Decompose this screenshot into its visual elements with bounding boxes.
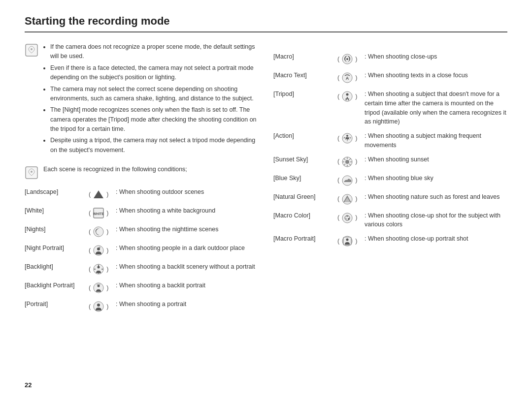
scene-icon-nights: ( ) [89,225,116,239]
scene-natural-green: [Natural Green] ( ) : When shooting natu… [273,192,507,206]
scene-icon-night-portrait: ( ) [89,244,116,257]
svg-point-3 [31,171,33,173]
scene-label-macro: [Macro] [273,52,337,62]
scene-desc-macro: : When shooting close-ups [365,52,507,62]
scene-desc-macro-text: : When shooting texts in a close focus [365,71,507,80]
svg-point-40 [342,213,352,223]
scene-label-night-portrait: [Night Portrait] [25,244,89,253]
scene-label-sunset-sky: [Sunset Sky] [273,155,337,164]
scene-label-nights: [Nights] [25,225,89,234]
svg-point-22 [346,93,349,96]
svg-point-18 [346,58,348,60]
note-text-2: Each scene is recognized in the followin… [43,165,187,174]
svg-text:A: A [346,76,349,81]
page-number: 22 [25,381,32,389]
scene-desc-portrait: : When shooting a portrait [116,300,259,309]
scene-icon-action: ( ) [337,131,365,145]
scene-desc-sunset-sky: : When shooting sunset [365,155,507,164]
scene-tripod: [Tripod] ( ) : When shooting a subject t… [273,90,507,126]
scene-desc-backlight-portrait: : When shooting a backlit portrait [116,281,259,290]
scene-desc-blue-sky: : When shooting blue sky [365,174,507,183]
scene-icon-macro-portrait: ( ) [337,234,365,248]
scene-macro-color: [Macro Color] ( ) : When shooting close-… [273,211,507,230]
note-icon-1 [25,43,38,57]
scene-night-portrait: [Night Portrait] ( ) : When shooting peo… [25,244,259,257]
svg-point-42 [346,215,348,217]
scene-icon-macro-text: ( A ) [337,71,365,85]
svg-point-16 [97,304,100,307]
scene-desc-natural-green: : When shooting nature such as forest an… [365,192,507,202]
scene-label-macro-color: [Macro Color] [273,211,337,220]
scene-label-white: [White] [25,206,89,216]
scene-desc-macro-portrait: : When shooting close-up portrait shot [365,234,507,244]
svg-point-25 [346,135,348,137]
scene-desc-nights: : When shooting the nighttime scenes [116,225,259,234]
scene-landscape: [Landscape] ( ) : When shooting outdoor … [25,187,259,201]
scene-action: [Action] ( ) : When shooting a subject m… [273,131,507,150]
scene-macro-text: [Macro Text] ( A ) : When shooting texts… [273,71,507,85]
scene-icon-tripod: ( ) [337,90,365,103]
scene-nights: [Nights] ( ) : When shooting the nightti… [25,225,259,239]
scene-label-tripod: [Tripod] [273,90,337,99]
scene-macro: [Macro] ( ) : When shooting close-ups [273,52,507,66]
scene-icon-natural-green: ( ) [337,192,365,206]
scene-label-action: [Action] [273,131,337,141]
svg-point-27 [345,160,349,164]
scene-desc-macro-color: : When shooting close-up shot for the su… [365,211,507,230]
scene-backlight-portrait: [Backlight Portrait] ( ) : When shooting… [25,281,259,295]
right-column: [Macro] ( ) : When shooting close-ups [M… [273,42,507,318]
scene-icon-white: ( WHITE ) [89,206,116,220]
note-icon-2 [25,166,38,180]
scene-icon-macro: ( ) [337,52,365,66]
svg-point-1 [31,48,33,50]
note-block-2: Each scene is recognized in the followin… [25,165,259,180]
svg-point-44 [348,218,350,220]
svg-point-13 [98,285,100,287]
scene-icon-backlight-portrait: ( ) [89,281,116,295]
scene-desc-tripod: : When shooting a subject that doesn't m… [365,90,507,126]
scene-label-natural-green: [Natural Green] [273,192,337,202]
scene-label-backlight-portrait: [Backlight Portrait] [25,281,89,290]
svg-text:WHITE: WHITE [93,212,104,216]
scene-label-blue-sky: [Blue Sky] [273,174,337,183]
scene-desc-landscape: : When shooting outdoor scenes [116,187,259,197]
left-column: If the camera does not recognize a prope… [25,42,259,318]
right-scene-list: [Macro] ( ) : When shooting close-ups [M… [273,52,507,248]
scene-icon-sunset-sky: ( [337,155,365,169]
scene-label-macro-text: [Macro Text] [273,71,337,80]
scene-macro-portrait: [Macro Portrait] ( ) : When shooting clo… [273,234,507,248]
svg-point-9 [97,247,100,250]
scene-blue-sky: [Blue Sky] ( ) : When shooting blue sky [273,174,507,187]
scene-icon-portrait: ( ) [89,300,116,313]
scene-desc-night-portrait: : When shooting people in a dark outdoor… [116,244,259,253]
scene-portrait: [Portrait] ( ) : When shooting a portrai… [25,300,259,313]
svg-marker-4 [94,190,103,198]
scene-backlight: [Backlight] ( ) : When shooting a backli… [25,262,259,276]
note-block-1: If the camera does not recognize a prope… [25,42,259,157]
left-scene-list: [Landscape] ( ) : When shooting outdoor … [25,187,259,313]
scene-desc-white: : When shooting a white background [116,206,259,216]
scene-label-landscape: [Landscape] [25,187,89,197]
svg-point-46 [346,239,349,241]
scene-sunset-sky: [Sunset Sky] ( [273,155,507,169]
note-text-1: If the camera does not recognize a prope… [43,42,259,157]
svg-point-43 [345,218,347,220]
scene-white: [White] ( WHITE ) : When shooting a whit… [25,206,259,220]
svg-point-21 [342,92,352,101]
scene-desc-backlight: : When shooting a backlit scenery withou… [116,262,259,272]
scene-label-backlight: [Backlight] [25,262,89,272]
scene-icon-macro-color: ( ) [337,211,365,225]
svg-point-11 [98,266,100,269]
scene-label-portrait: [Portrait] [25,300,89,309]
scene-icon-backlight: ( ) [89,262,116,276]
scene-icon-landscape: ( ) [89,187,116,201]
scene-label-macro-portrait: [Macro Portrait] [273,234,337,244]
svg-point-7 [94,227,103,237]
scene-icon-blue-sky: ( ) [337,174,365,187]
page-title: Starting the recording mode [25,15,507,32]
scene-desc-action: : When shooting a subject making frequen… [365,131,507,150]
